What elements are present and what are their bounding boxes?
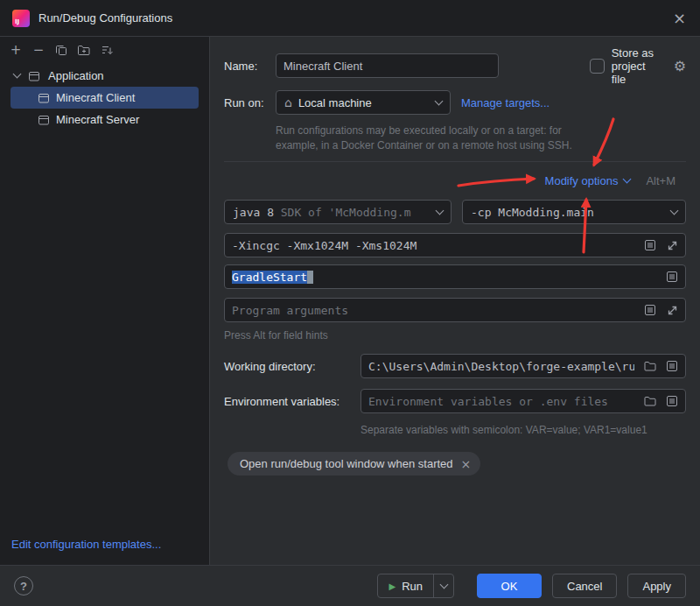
configurations-sidebar: + − Application Minecraft Client	[0, 37, 210, 565]
working-directory-field	[360, 354, 686, 378]
tree-item-label: Minecraft Client	[56, 91, 135, 104]
run-play-icon: ▶	[388, 581, 396, 591]
macros-list-icon[interactable]	[641, 301, 659, 319]
sort-icon	[100, 43, 114, 57]
sidebar-toolbar: + −	[0, 37, 209, 63]
page-title: Run/Debug Configurations	[38, 11, 172, 25]
environment-variables-field	[360, 389, 686, 413]
add-configuration-button[interactable]: +	[9, 43, 23, 57]
run-on-label: Run on:	[224, 96, 276, 109]
program-arguments-field	[224, 298, 686, 322]
environment-variables-row: Environment variables:	[224, 389, 686, 413]
chevron-down-icon	[13, 70, 22, 79]
chevron-down-icon	[435, 96, 444, 105]
run-on-help-line2: example, in a Docker Container or on a r…	[276, 138, 572, 153]
modify-options-label: Modify options	[545, 174, 619, 187]
expand-field-icon[interactable]	[663, 301, 681, 319]
environment-variables-label: Environment variables:	[224, 395, 360, 408]
section-divider	[224, 161, 686, 162]
environment-variables-help: Separate variables with semicolon: VAR=v…	[360, 424, 648, 436]
dialog-footer: ? ▶ Run OK Cancel Apply	[0, 565, 700, 606]
local-machine-icon: ⌂	[284, 95, 292, 109]
environment-variables-input[interactable]	[361, 390, 641, 412]
run-on-combo[interactable]: ⌂ Local machine	[276, 90, 451, 115]
macros-list-icon[interactable]	[663, 268, 681, 285]
run-configuration-icon	[37, 113, 51, 127]
settings-gear-icon[interactable]: ⚙	[674, 58, 686, 74]
edit-configuration-templates-link[interactable]: Edit configuration templates...	[11, 538, 161, 551]
new-folder-icon	[77, 43, 91, 57]
jre-description: SDK of 'McModding.m	[281, 206, 411, 219]
footer-buttons: ▶ Run OK Cancel Apply	[377, 574, 686, 598]
browse-folder-icon[interactable]	[641, 392, 659, 410]
before-launch-tag-label: Open run/debug tool window when started	[240, 457, 453, 470]
tree-group-label: Application	[48, 69, 104, 82]
text-caret	[307, 271, 313, 284]
run-button-label: Run	[402, 580, 423, 593]
run-debug-configurations-dialog: IJ Run/Debug Configurations × + − Applic…	[0, 0, 700, 606]
configuration-form: Name: Store as project file ⚙ Run on: ⌂ …	[210, 37, 700, 565]
name-field	[276, 53, 499, 78]
titlebar: IJ Run/Debug Configurations ×	[0, 0, 700, 37]
working-directory-label: Working directory:	[224, 360, 360, 373]
intellij-logo-icon: IJ	[12, 10, 30, 27]
macros-list-icon[interactable]	[641, 236, 659, 254]
configurations-tree: Application Minecraft Client Minecraft S…	[0, 63, 209, 130]
run-configuration-icon	[37, 91, 51, 105]
chevron-down-icon	[623, 174, 632, 183]
tree-item-minecraft-client[interactable]: Minecraft Client	[10, 87, 199, 109]
modify-options-row: Modify options Alt+M	[224, 170, 686, 191]
sort-configurations-button[interactable]	[100, 43, 114, 57]
expand-field-icon[interactable]	[663, 236, 681, 254]
chevron-down-icon	[439, 580, 448, 588]
run-on-value: Local machine	[298, 96, 372, 109]
tree-item-minecraft-server[interactable]: Minecraft Server	[10, 109, 199, 130]
jre-combo[interactable]: java 8 SDK of 'McModding.m	[224, 200, 452, 224]
main-class-field[interactable]: GradleStart	[224, 264, 686, 289]
remove-configuration-button[interactable]: −	[32, 43, 46, 57]
new-folder-button[interactable]	[77, 43, 91, 57]
store-as-project-file-checkbox[interactable]	[590, 59, 605, 74]
tree-group-application[interactable]: Application	[0, 65, 209, 87]
apply-button[interactable]: Apply	[627, 574, 686, 598]
application-type-icon	[27, 69, 41, 83]
vm-options-input[interactable]	[225, 234, 641, 257]
modify-options-shortcut: Alt+M	[646, 174, 676, 187]
store-as-project-file-label: Store as project file	[612, 46, 663, 86]
field-hint-text: Press Alt for field hints	[224, 329, 328, 342]
macros-list-icon[interactable]	[663, 392, 681, 410]
browse-folder-icon[interactable]	[641, 357, 659, 375]
ok-button[interactable]: OK	[477, 574, 542, 598]
run-button[interactable]: ▶ Run	[377, 574, 454, 598]
name-label: Name:	[224, 60, 276, 73]
manage-targets-link[interactable]: Manage targets...	[461, 96, 550, 109]
run-on-help-text: Run configurations may be executed local…	[276, 123, 572, 153]
vm-options-field	[224, 233, 686, 257]
main-class-value: GradleStart	[232, 271, 307, 284]
copy-icon	[54, 43, 68, 57]
cancel-button[interactable]: Cancel	[552, 574, 617, 598]
program-arguments-input[interactable]	[225, 299, 641, 321]
copy-configuration-button[interactable]	[54, 43, 68, 57]
working-directory-input[interactable]	[361, 355, 641, 377]
close-icon[interactable]: ×	[673, 11, 686, 26]
tree-item-label: Minecraft Server	[56, 113, 139, 126]
remove-tag-icon[interactable]: ×	[461, 457, 472, 471]
chevron-down-icon	[436, 206, 444, 215]
classpath-value: -cp McModding.main	[471, 206, 594, 219]
macros-list-icon[interactable]	[663, 357, 681, 375]
working-directory-row: Working directory:	[224, 354, 686, 378]
name-row: Name: Store as project file ⚙	[224, 53, 686, 78]
jre-classpath-row: java 8 SDK of 'McModding.m -cp McModding…	[224, 200, 686, 224]
modify-options-link[interactable]: Modify options	[545, 174, 631, 187]
run-on-help-line1: Run configurations may be executed local…	[276, 123, 572, 138]
store-as-project-file-group: Store as project file ⚙	[590, 46, 686, 86]
run-on-row: Run on: ⌂ Local machine Manage targets..…	[224, 90, 686, 115]
name-input[interactable]	[276, 54, 498, 77]
before-launch-tag[interactable]: Open run/debug tool window when started …	[228, 452, 480, 476]
run-options-chevron[interactable]	[434, 574, 453, 597]
chevron-down-icon	[670, 206, 679, 215]
help-button[interactable]: ?	[14, 576, 33, 595]
classpath-combo[interactable]: -cp McModding.main	[462, 200, 686, 224]
jre-value: java 8	[233, 206, 274, 219]
